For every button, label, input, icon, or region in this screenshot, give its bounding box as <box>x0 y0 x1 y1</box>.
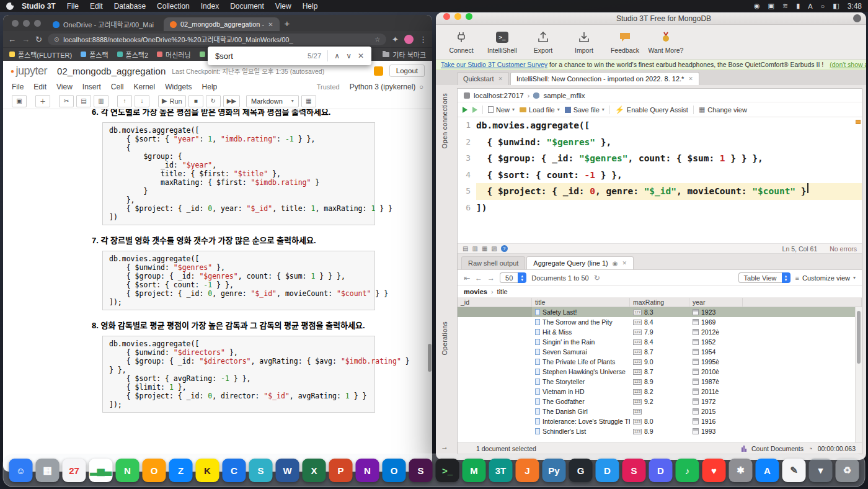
cell-year[interactable]: 1952 <box>689 337 743 347</box>
table-row[interactable]: Schindler's List 1238.9 1993 <box>458 426 862 436</box>
jupyter-menu-item[interactable]: Edit <box>33 83 46 91</box>
input-source-icon[interactable]: A <box>808 2 812 10</box>
view-mode-icon[interactable]: ▦ <box>482 245 487 252</box>
find-next-icon[interactable]: ∨ <box>346 52 352 60</box>
table-row[interactable]: Hit & Miss 1237.9 2012è <box>458 327 862 337</box>
table-row[interactable]: Vietnam in HD 1238.2 2011è <box>458 387 862 397</box>
site-info-icon[interactable]: ⊙ <box>54 36 59 43</box>
dock-icon[interactable]: M <box>463 459 486 482</box>
dock-icon[interactable]: K <box>196 459 219 482</box>
table-scrollbar[interactable] <box>855 307 862 442</box>
load-file-button[interactable]: Load file▾ <box>520 106 560 114</box>
profile-avatar[interactable] <box>404 35 414 44</box>
extensions-icon[interactable]: ✦ <box>392 35 399 44</box>
database-name[interactable]: sample_mflix <box>543 92 585 99</box>
battery-icon[interactable]: ▮ <box>796 2 800 10</box>
cell-title[interactable]: Vietnam in HD <box>532 387 630 397</box>
dock-icon[interactable]: ✱ <box>729 459 753 482</box>
tab-quickstart[interactable]: Quickstart ✕ <box>457 72 509 85</box>
dock-icon[interactable]: O <box>383 459 406 482</box>
markdown-cell-6[interactable]: 6. 각 연도별로 가장 높은 평점을 받은 영화의 제목과 평점을 출력하세요… <box>92 109 375 117</box>
cell-year[interactable]: 1969 <box>689 317 743 327</box>
dock-icon[interactable]: 27 <box>63 459 86 482</box>
restart-run-all-button[interactable]: ▶▶ <box>223 95 240 107</box>
jupyter-menu-item[interactable]: Kernel <box>134 83 156 91</box>
jupyter-menu-item[interactable]: View <box>56 83 73 91</box>
browser-menu-icon[interactable]: ⋮ <box>419 35 427 44</box>
dock-icon[interactable]: S <box>249 459 273 482</box>
column-header-year[interactable]: year <box>689 298 743 307</box>
cell-title[interactable]: The Danish Girl <box>532 406 630 416</box>
cell-maxrating[interactable]: 1237.9 <box>630 327 689 337</box>
cell-year[interactable]: 2011è <box>689 387 743 397</box>
dock-icon[interactable]: G <box>569 459 593 482</box>
zoom-window-button[interactable] <box>34 20 41 27</box>
copy-cell-button[interactable]: ▤ <box>76 95 91 107</box>
dock-icon[interactable]: >_ <box>436 459 459 482</box>
previous-page-icon[interactable]: ← <box>475 274 482 282</box>
save-button[interactable]: ▣ <box>12 95 27 107</box>
cell-maxrating[interactable]: 1239.2 <box>630 397 689 406</box>
table-row[interactable]: Seven Samurai 1238.7 1954 <box>458 347 862 357</box>
cell-maxrating[interactable]: 1238.2 <box>630 387 689 397</box>
dock-icon[interactable]: D <box>596 459 619 482</box>
run-query-icon[interactable] <box>463 107 467 113</box>
command-palette-button[interactable]: ▦ <box>301 95 316 107</box>
bookmark-star-icon[interactable]: ☆ <box>374 36 380 43</box>
tab-aggregate-query[interactable]: Aggregate Query (line 1) ◉ ✕ <box>526 256 634 269</box>
close-tab-icon[interactable]: ✕ <box>622 260 627 266</box>
dock-icon[interactable]: P <box>329 459 353 482</box>
table-row[interactable]: Intolerance: Love's Struggle Th 1238.0 1… <box>458 416 862 426</box>
find-close-icon[interactable]: ✕ <box>358 52 364 60</box>
dock-icon[interactable]: N <box>116 459 140 482</box>
dock-icon[interactable]: D <box>649 459 673 482</box>
cell-type-select[interactable]: Markdown▾ <box>246 95 299 107</box>
cell-maxrating[interactable]: 1238.7 <box>630 367 689 377</box>
scrollbar-thumb[interactable] <box>857 311 861 364</box>
menu-item[interactable]: View <box>270 2 297 11</box>
cut-cell-button[interactable]: ✂ <box>59 95 74 107</box>
cell-maxrating[interactable]: 1238.0 <box>630 416 689 426</box>
cell-maxrating[interactable]: 1238.9 <box>630 426 689 436</box>
new-tab-button[interactable]: + <box>285 18 290 29</box>
move-up-button[interactable]: ↑ <box>117 95 132 107</box>
menu-item[interactable]: Help <box>297 2 324 11</box>
view-mode-icon[interactable]: ▤ <box>463 245 468 252</box>
interrupt-kernel-button[interactable]: ■ <box>188 95 203 107</box>
column-header-maxrating[interactable]: maxRating <box>630 298 689 307</box>
dont-show-again-link[interactable]: (don't show again) <box>830 61 866 68</box>
query-assist-toggle[interactable]: ⚡Enable Query Assist <box>615 105 688 114</box>
logout-button[interactable]: Logout <box>389 65 425 77</box>
cell-year[interactable]: 2012è <box>689 327 743 337</box>
browser-tab-notebook[interactable]: 02_mongodb_aggregation - ✕ <box>164 17 280 31</box>
help-icon[interactable]: ? <box>501 245 508 252</box>
bookmark-item[interactable]: 폴스택 <box>81 50 108 60</box>
jupyter-menu-item[interactable]: Help <box>202 83 218 91</box>
table-row[interactable]: The Storyteller 1238.9 1987è <box>458 377 862 387</box>
customize-view-button[interactable]: ≡ Customize view ▾ <box>795 274 856 282</box>
connect-button[interactable]: Connect <box>442 30 480 54</box>
menu-item[interactable]: File <box>61 2 84 11</box>
close-tab-icon[interactable]: ✕ <box>688 76 693 82</box>
dock-icon[interactable]: 3T <box>489 459 513 482</box>
dock-icon[interactable]: N <box>356 459 379 482</box>
cell-maxrating[interactable]: 1238.4 <box>630 337 689 347</box>
dock-icon[interactable]: ♪ <box>676 459 699 482</box>
next-page-icon[interactable]: → <box>487 274 495 282</box>
dock-icon[interactable]: S <box>409 459 433 482</box>
browser-tab-onedrive[interactable]: OneDrive - 고려대학교/00_Mai <box>46 17 160 31</box>
back-icon[interactable]: ← <box>8 35 16 44</box>
dock-icon[interactable]: Z <box>169 459 193 482</box>
run-button[interactable]: ▶ Run <box>158 95 186 107</box>
dock-icon[interactable]: ▾ <box>809 459 833 482</box>
survey-link[interactable]: Take our Studio 3T Customer Survey <box>441 61 547 68</box>
page-size-select[interactable]: 50 ▲▼ <box>500 272 526 283</box>
table-row[interactable]: Stephen Hawking's Universe 1238.7 2010è <box>458 367 862 377</box>
view-mode-icon[interactable]: ▥ <box>472 245 477 252</box>
jupyter-menu-item[interactable]: Insert <box>82 83 101 91</box>
dock-icon[interactable]: O <box>143 459 166 482</box>
cell-year[interactable]: 1916 <box>689 416 743 426</box>
dock-icon[interactable]: ✎ <box>782 459 806 482</box>
reload-icon[interactable]: ↻ <box>35 35 42 44</box>
field-name[interactable]: title <box>497 288 508 295</box>
